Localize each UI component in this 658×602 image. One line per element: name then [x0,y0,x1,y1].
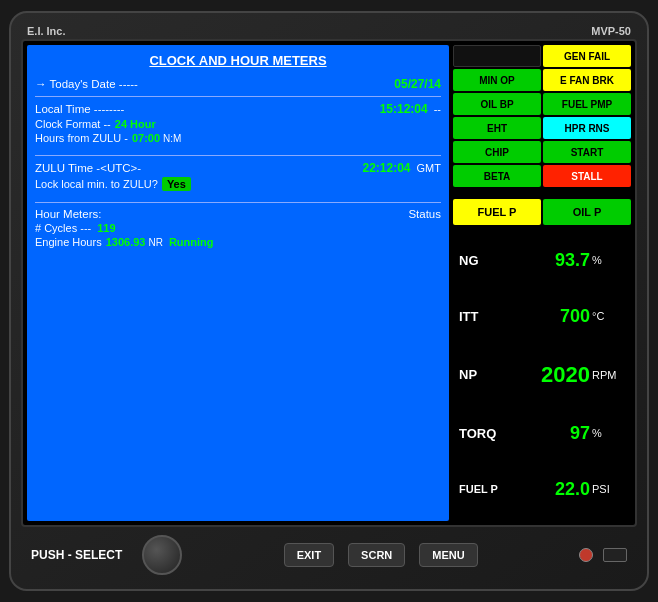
clock-format-row: Clock Format -- 24 Hour [35,117,441,131]
zulu-gmt: GMT [417,162,441,174]
hour-meters-label: Hour Meters: [35,208,408,220]
metrics-panel: NG 93.7 % ITT 700 °C NP 2020 RPM TORQ 97 [453,228,631,521]
bottom-bar: PUSH - SELECT EXIT SCRN MENU [21,531,637,579]
hours-zulu-row: Hours from ZULU - 07:00 N:M [35,131,441,145]
cycles-row: # Cycles --- 119 [35,221,441,235]
scrn-button[interactable]: SCRN [348,543,405,567]
warn-min-op[interactable]: MIN OP [453,69,541,91]
engine-hours-nr: NR [148,237,162,248]
button-group: EXIT SCRN MENU [192,543,569,567]
zulu-time-value: 22:12:04 [363,161,411,175]
brand-right: MVP-50 [591,25,631,37]
engine-hours-label: Engine Hours [35,236,102,248]
warn-eht[interactable]: EHT [453,117,541,139]
right-panel: GEN FAIL MIN OP E FAN BRK OIL BP FUEL PM… [453,45,631,521]
metric-ng-value: 93.7 [509,250,590,271]
metric-fuel-p-label: FUEL P [459,483,509,495]
engine-hours-value: 1306.93 [106,236,146,248]
metric-torq-label: TORQ [459,426,509,441]
warn-gen-fail[interactable]: GEN FAIL [543,45,631,67]
push-select-label: PUSH - SELECT [31,548,122,562]
local-time-label: Local Time -------- [35,103,380,115]
metric-itt-value: 700 [509,306,590,327]
hours-zulu-value: 07:00 [132,132,160,144]
device: E.I. Inc. MVP-50 CLOCK AND HOUR METERS →… [9,11,649,591]
warn-fuel-pmp[interactable]: FUEL PMP [543,93,631,115]
metric-itt: ITT 700 °C [457,305,627,328]
oil-p-btn[interactable]: OIL P [543,199,631,225]
metric-itt-label: ITT [459,309,509,324]
warning-grid: GEN FAIL MIN OP E FAN BRK OIL BP FUEL PM… [453,45,631,187]
metric-torq-unit: % [590,427,625,439]
engine-hours-row: Engine Hours 1306.93 NR Running [35,235,441,249]
screen-area: CLOCK AND HOUR METERS → Today's Date ---… [21,39,637,527]
metric-np-label: NP [459,367,509,382]
fuel-p-btn[interactable]: FUEL P [453,199,541,225]
metric-fuel-p-unit: PSI [590,483,625,495]
metric-itt-unit: °C [590,310,625,322]
clock-format-value: 24 Hour [115,118,156,130]
cycles-label: # Cycles --- [35,222,91,234]
metric-np: NP 2020 RPM [457,361,627,389]
left-panel: CLOCK AND HOUR METERS → Today's Date ---… [27,45,449,521]
metric-ng-label: NG [459,253,509,268]
top-bar: E.I. Inc. MVP-50 [21,23,637,39]
metric-fuel-p: FUEL P 22.0 PSI [457,478,627,501]
metric-torq: TORQ 97 % [457,422,627,445]
panel-title: CLOCK AND HOUR METERS [35,53,441,68]
warn-start[interactable]: START [543,141,631,163]
metric-np-value: 2020 [509,362,590,388]
today-date-row: → Today's Date ----- 05/27/14 [35,76,441,92]
knob[interactable] [142,535,182,575]
warn-e-fan-brk[interactable]: E FAN BRK [543,69,631,91]
hours-zulu-unit: N:M [163,133,181,144]
today-date-value: 05/27/14 [394,77,441,91]
warn-beta[interactable]: BETA [453,165,541,187]
metric-fuel-p-value: 22.0 [509,479,590,500]
brand-left: E.I. Inc. [27,25,66,37]
usb-port [603,548,627,562]
hour-meters-header: Hour Meters: Status [35,207,441,221]
fuel-oil-row: FUEL P OIL P [453,199,631,225]
engine-hours-status: Running [169,236,214,248]
warn-oil-bp[interactable]: OIL BP [453,93,541,115]
zulu-time-row: ZULU Time -<UTC>- 22:12:04 GMT [35,160,441,176]
exit-button[interactable]: EXIT [284,543,334,567]
warn-hpr-rns[interactable]: HPR RNS [543,117,631,139]
warn-chip[interactable]: CHIP [453,141,541,163]
led-indicator [579,548,593,562]
warn-stall[interactable]: STALL [543,165,631,187]
zulu-time-label: ZULU Time -<UTC>- [35,162,363,174]
local-time-dash: -- [434,103,441,115]
clock-format-label: Clock Format -- [35,118,111,130]
warn-empty [453,45,541,67]
today-date-label: → Today's Date ----- [35,78,394,90]
metric-ng-unit: % [590,254,625,266]
lock-local-value: Yes [162,177,191,191]
lock-local-label: Lock local min. to ZULU? [35,178,158,190]
cycles-value: 119 [97,222,115,234]
hours-zulu-label: Hours from ZULU - [35,132,128,144]
local-time-row: Local Time -------- 15:12:04 -- [35,101,441,117]
lock-local-row: Lock local min. to ZULU? Yes [35,176,441,192]
metric-np-unit: RPM [590,369,625,381]
metric-ng: NG 93.7 % [457,249,627,272]
metric-torq-value: 97 [509,423,590,444]
local-time-value: 15:12:04 [380,102,428,116]
menu-button[interactable]: MENU [419,543,477,567]
status-label: Status [408,208,441,220]
